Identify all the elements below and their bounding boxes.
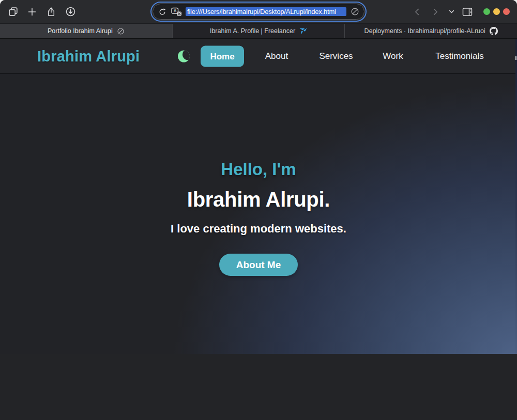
below-hero-section <box>0 354 517 420</box>
blocked-content-icon[interactable] <box>350 7 359 17</box>
github-icon <box>490 27 498 35</box>
toolbar-right-group <box>411 0 510 23</box>
toolbar-left-group <box>7 0 77 23</box>
browser-toolbar: A file:///Users/ibrahimalrupi/Desktop/AL… <box>0 0 517 23</box>
page-viewport: Ibrahim Alrupi Home About Services Work … <box>0 39 517 420</box>
site-navbar: Ibrahim Alrupi Home About Services Work … <box>0 39 517 73</box>
back-icon[interactable] <box>411 6 423 18</box>
hero-tagline: I love creating modern websites. <box>0 222 517 236</box>
nav-item-testimonials[interactable]: Testimonials <box>435 51 484 61</box>
downloads-icon[interactable] <box>64 6 77 18</box>
url-input[interactable]: file:///Users/ibrahimalrupi/Desktop/ALru… <box>186 7 346 16</box>
tab-title: Ibrahim A. Profile | Freelancer <box>210 27 295 35</box>
minimize-traffic-light[interactable] <box>493 8 500 15</box>
zoom-traffic-light[interactable] <box>483 8 490 15</box>
chevron-down-icon[interactable] <box>447 6 455 18</box>
nav-item-home[interactable]: Home <box>201 46 244 67</box>
tab-freelancer-profile[interactable]: Ibrahim A. Profile | Freelancer <box>173 24 345 38</box>
tab-sidebar-icon[interactable] <box>461 6 474 18</box>
tab-portfolio[interactable]: Portfolio Ibrahim Alrupi <box>0 24 173 38</box>
tab-overview-icon[interactable] <box>7 6 19 18</box>
nav-item-services[interactable]: Services <box>319 51 353 61</box>
freelancer-bird-icon <box>299 28 307 35</box>
moon-crescent <box>178 51 190 63</box>
share-icon[interactable] <box>45 6 57 18</box>
browser-window: A file:///Users/ibrahimalrupi/Desktop/AL… <box>0 0 517 420</box>
nav-item-work[interactable]: Work <box>383 51 403 61</box>
svg-text:A: A <box>173 8 176 13</box>
close-traffic-light[interactable] <box>503 8 510 15</box>
translate-icon[interactable]: A <box>171 7 182 17</box>
forward-icon[interactable] <box>429 6 442 18</box>
tab-github-deployments[interactable]: Deployments · Ibrahimalrupi/profile-ALru… <box>345 24 517 38</box>
nav-item-about[interactable]: About <box>265 51 288 61</box>
window-controls <box>483 8 510 15</box>
url-bar[interactable]: A file:///Users/ibrahimalrupi/Desktop/AL… <box>153 4 364 20</box>
hero-greeting: Hello, I'm <box>0 73 517 180</box>
compass-icon <box>117 27 125 35</box>
tab-bar: Portfolio Ibrahim Alrupi Ibrahim A. Prof… <box>0 23 517 39</box>
tab-title: Portfolio Ibrahim Alrupi <box>48 27 113 35</box>
site-logo[interactable]: Ibrahim Alrupi <box>37 48 140 65</box>
tab-title: Deployments · Ibrahimalrupi/profile-ALru… <box>364 27 485 35</box>
moon-icon[interactable] <box>178 51 190 63</box>
about-me-button[interactable]: About Me <box>219 254 298 276</box>
reload-icon[interactable] <box>158 7 167 17</box>
new-tab-icon[interactable] <box>26 6 38 18</box>
hero-name: Ibrahim Alrupi. <box>0 187 517 212</box>
hero-section: Hello, I'm Ibrahim Alrupi. I love creati… <box>0 73 517 354</box>
